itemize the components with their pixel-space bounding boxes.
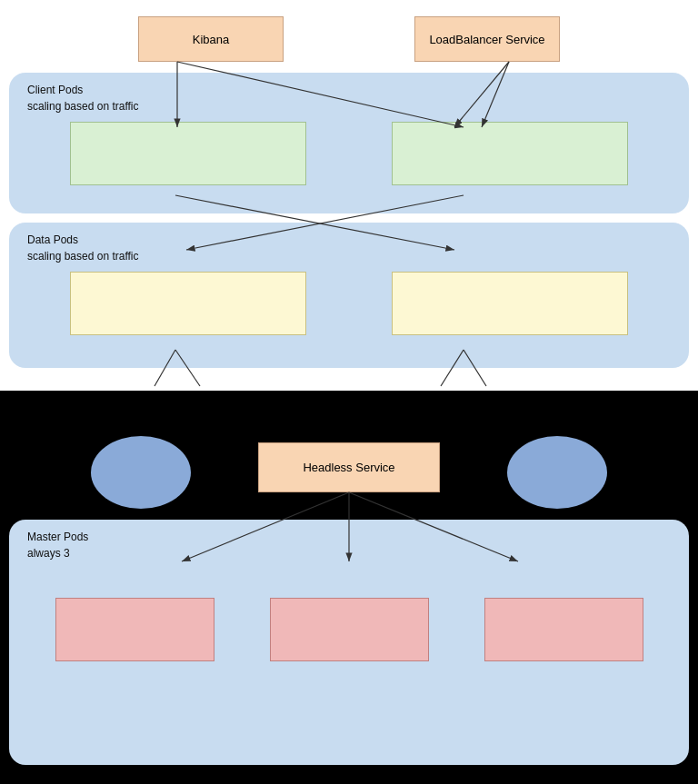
master-pods-section: Master Pods always 3 [9,520,689,765]
client-pod-1 [70,122,306,185]
client-pods-label: Client Pods scaling based on traffic [27,82,671,114]
master-pod-1 [55,598,214,661]
data-pods-label: Data Pods scaling based on traffic [27,232,671,264]
master-pod-2 [270,598,429,661]
loadbalancer-label: LoadBalancer Service [429,33,544,46]
master-pod-3 [484,598,643,661]
loadbalancer-box: LoadBalancer Service [414,16,560,62]
kibana-box: Kibana [138,16,284,62]
data-pod-2 [392,272,628,335]
headless-service-box: Headless Service [258,442,440,492]
ellipse-left [91,436,191,509]
kibana-label: Kibana [193,33,229,46]
headless-service-label: Headless Service [303,461,394,474]
client-pods-section: Client Pods scaling based on traffic [9,73,689,213]
ellipse-right [507,436,607,509]
client-pod-2 [392,122,628,185]
data-pods-section: Data Pods scaling based on traffic [9,223,689,368]
data-pod-1 [70,272,306,335]
master-pods-label: Master Pods always 3 [27,529,671,561]
